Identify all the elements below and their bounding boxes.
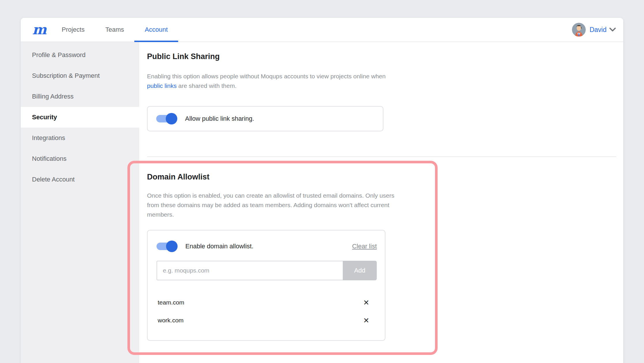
user-menu[interactable]: David [572,23,616,37]
domain-allowlist-toggle[interactable] [157,243,177,250]
description-text: are shared with them. [177,82,237,89]
domain-name: work.com [158,317,184,324]
domain-allowlist-title: Domain Allowlist [147,172,616,181]
sidebar-item[interactable]: Billing Address [21,86,139,107]
active-tab-underline [134,41,178,42]
domain-name: team.com [158,299,184,306]
chevron-down-icon[interactable] [609,28,616,32]
sidebar-item-label: Security [32,114,57,121]
domain-input[interactable] [157,261,343,280]
settings-sidebar: Profile & Password Subscription & Paymen… [21,42,139,363]
domain-allowlist-toggle-label: Enable domain allowlist. [185,243,253,250]
clear-list-link[interactable]: Clear list [352,243,377,250]
nav-tab-label: Teams [105,26,124,33]
remove-domain-icon[interactable]: ✕ [363,299,369,306]
moqups-logo-icon[interactable]: m [32,18,48,42]
nav-tab[interactable]: Teams [95,18,134,41]
public-link-toggle-card: Allow public link sharing. [147,106,383,131]
sidebar-item[interactable]: Security [21,107,139,128]
sidebar-item-label: Billing Address [32,93,74,100]
domain-row: team.com ✕ [157,294,377,311]
public-link-toggle[interactable] [156,115,176,122]
public-link-sharing-description: Enabling this option allows people witho… [147,71,441,90]
sidebar-item[interactable]: Delete Account [21,169,139,190]
nav-tab-label: Account [145,26,168,33]
domain-list: team.com ✕ work.com ✕ [157,294,377,329]
remove-domain-icon[interactable]: ✕ [363,317,369,324]
nav-tab[interactable]: Projects [51,18,95,41]
nav-tab[interactable]: Account [134,18,178,41]
sidebar-item-label: Subscription & Payment [32,72,100,80]
top-navbar: m Projects Teams Account Da [21,18,623,42]
toggle-thumb [166,241,178,252]
description-text: Enabling this option allows people witho… [147,73,386,80]
domain-allowlist-description: Once this option is enabled, you can cre… [147,191,441,219]
sidebar-item[interactable]: Integrations [21,128,139,148]
public-link-toggle-label: Allow public link sharing. [185,115,254,122]
nav-tab-label: Projects [62,26,84,33]
sidebar-item[interactable]: Notifications [21,148,139,169]
sidebar-item-label: Integrations [32,134,65,142]
add-domain-button[interactable]: Add [343,261,377,280]
sidebar-item[interactable]: Profile & Password [21,45,139,65]
sidebar-item-label: Notifications [32,155,67,162]
section-divider [147,156,616,157]
public-link-sharing-title: Public Link Sharing [147,52,616,61]
nav-tabs: Projects Teams Account [51,18,178,41]
avatar[interactable] [572,23,586,37]
user-name[interactable]: David [590,26,607,34]
toggle-thumb [166,113,177,124]
sidebar-item-label: Profile & Password [32,51,86,59]
domain-row: work.com ✕ [157,311,377,329]
domain-allowlist-card: Enable domain allowlist. Clear list Add … [147,230,385,341]
sidebar-item[interactable]: Subscription & Payment [21,65,139,86]
sidebar-item-label: Delete Account [32,176,75,183]
app-window: m Projects Teams Account Da [21,18,623,363]
public-links-link[interactable]: public links [147,82,177,89]
settings-content: Public Link Sharing Enabling this option… [139,42,623,363]
